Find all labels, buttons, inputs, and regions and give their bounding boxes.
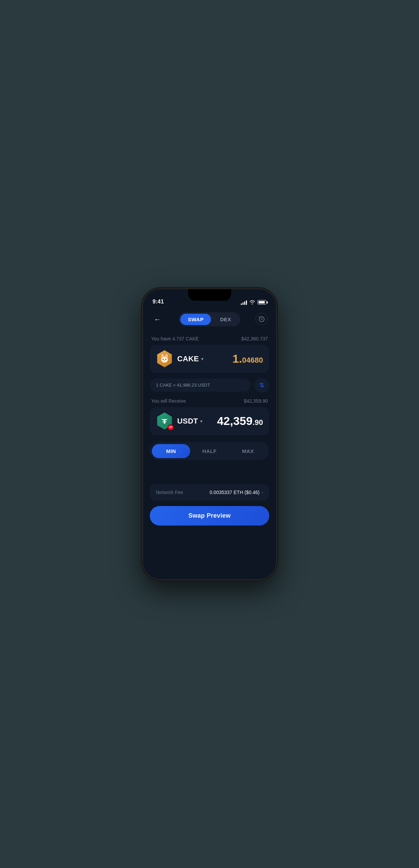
from-token-chevron[interactable]: ▾	[201, 356, 204, 362]
swap-preview-button[interactable]: Swap Preview	[150, 506, 269, 526]
notch	[188, 289, 231, 301]
from-usd: $42,360.737	[241, 336, 268, 341]
to-token-name-group: USDT ▾	[177, 417, 202, 426]
to-label: You will Receive	[151, 398, 186, 404]
amount-buttons: MIN HALF MAX	[150, 442, 269, 460]
fee-chevron-icon: ›	[262, 490, 263, 495]
svg-point-6	[162, 355, 163, 358]
svg-point-3	[164, 360, 165, 361]
status-time: 9:41	[153, 299, 164, 305]
from-token-name-group: CAKE ▾	[177, 354, 204, 363]
to-token-name: USDT	[177, 417, 198, 426]
fee-label: Network Fee	[156, 490, 183, 495]
cake-token-icon	[156, 350, 173, 367]
from-label-row: You have 4.737 CAKE $42,360.737	[150, 336, 269, 341]
to-token-card[interactable]: OP USDT ▾ 42,359.90	[150, 407, 269, 435]
rate-row: 1 CAKE = 41,986.23 USDT ⇅	[150, 378, 269, 393]
to-label-row: You will Receive $42,359.90	[150, 398, 269, 404]
rate-text: 1 CAKE = 41,986.23 USDT	[156, 383, 210, 388]
to-section: You will Receive $42,359.90	[143, 398, 276, 435]
back-button[interactable]: ←	[151, 313, 163, 325]
svg-point-2	[166, 359, 167, 360]
wifi-icon	[249, 300, 255, 305]
swap-direction-button[interactable]: ⇅	[254, 378, 269, 393]
op-badge: OP	[168, 424, 174, 430]
signal-icon	[241, 300, 247, 305]
header: ← SWAP DEX	[143, 308, 276, 331]
from-token-card[interactable]: CAKE ▾ 1.04680	[150, 345, 269, 373]
from-amount[interactable]: 1.04680	[232, 352, 263, 365]
spacer	[143, 460, 276, 474]
half-button[interactable]: HALF	[190, 444, 228, 458]
to-amount: 42,359.90	[217, 414, 263, 428]
from-label: You have 4.737 CAKE	[151, 336, 199, 341]
to-token-left: OP USDT ▾	[156, 413, 202, 430]
swap-arrows-icon: ⇅	[259, 381, 264, 389]
history-icon	[259, 316, 265, 322]
screen: 9:41	[143, 289, 276, 579]
fee-value-row: 0.0035337 ETH ($0.46) ›	[210, 490, 263, 495]
from-token-left: CAKE ▾	[156, 350, 204, 367]
battery-icon	[258, 300, 266, 305]
from-section: You have 4.737 CAKE $42,360.737	[143, 336, 276, 373]
from-token-name: CAKE	[177, 354, 199, 363]
to-token-chevron[interactable]: ▾	[200, 418, 202, 424]
fee-value: 0.0035337 ETH ($0.46)	[210, 490, 260, 495]
from-amount-decimal: 04680	[242, 356, 263, 364]
usdt-token-icon-wrapper: OP	[156, 413, 173, 430]
content-area: ← SWAP DEX You have 4.737 CAKE	[143, 289, 276, 579]
nav-tabs: SWAP DEX	[179, 312, 240, 326]
status-icons	[241, 300, 266, 305]
max-button[interactable]: MAX	[229, 444, 267, 458]
to-amount-decimal: .90	[252, 418, 263, 427]
min-button[interactable]: MIN	[152, 444, 190, 458]
to-amount-integer: 42,359	[217, 414, 252, 427]
svg-rect-9	[164, 419, 166, 424]
svg-point-1	[163, 359, 164, 360]
fee-section[interactable]: Network Fee 0.0035337 ETH ($0.46) ›	[150, 484, 269, 501]
phone-shell: 9:41	[142, 288, 277, 580]
svg-point-7	[166, 355, 167, 358]
history-button[interactable]	[256, 313, 268, 325]
from-amount-integer: 1.	[232, 352, 242, 365]
swap-tab[interactable]: SWAP	[180, 314, 211, 325]
svg-rect-10	[162, 422, 167, 422]
to-usd: $42,359.90	[244, 398, 268, 404]
rate-pill: 1 CAKE = 41,986.23 USDT	[150, 378, 251, 392]
dex-tab[interactable]: DEX	[212, 314, 238, 325]
back-arrow-icon: ←	[154, 315, 161, 323]
